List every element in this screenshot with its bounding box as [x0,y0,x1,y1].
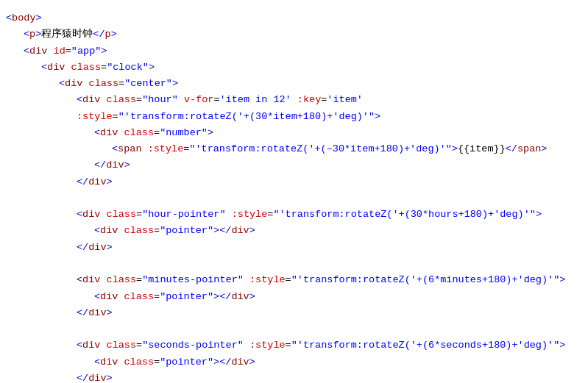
code-line: :style="'transform:rotateZ('+(30*item+18… [0,109,588,125]
code-line: </div> [0,174,588,190]
code-line: </div> [0,305,588,321]
code-line [0,321,588,337]
code-line: <div class="pointer"></div> [0,354,588,371]
code-line: <div class="hour-pointer" :style="'trans… [0,207,588,223]
code-line: <div class="center"> [0,76,588,92]
code-line: <div class="clock"> [0,60,588,76]
code-line: <div class="hour" v-for='item in 12' :ke… [0,92,588,108]
code-line [0,190,588,207]
code-editor: <body><p>程序猿时钟</p><div id="app"><div cla… [0,6,588,383]
code-line: <div class="number"> [0,125,588,141]
code-line: </div> [0,157,588,173]
code-line: <span :style="'transform:rotateZ('+(–30*… [0,141,588,157]
code-line: </div> [0,240,588,256]
code-line: <p>程序猿时钟</p> [0,26,588,43]
code-line: <div class="seconds-pointer" :style="'tr… [0,337,588,354]
code-line: <div id="app"> [0,43,588,60]
code-line [0,256,588,272]
code-line: <div class="pointer"></div> [0,223,588,239]
code-line: </div> [0,371,588,383]
code-line: <body> [0,10,588,26]
code-line: <div class="minutes-pointer" :style="'tr… [0,272,588,288]
code-line: <div class="pointer"></div> [0,289,588,305]
